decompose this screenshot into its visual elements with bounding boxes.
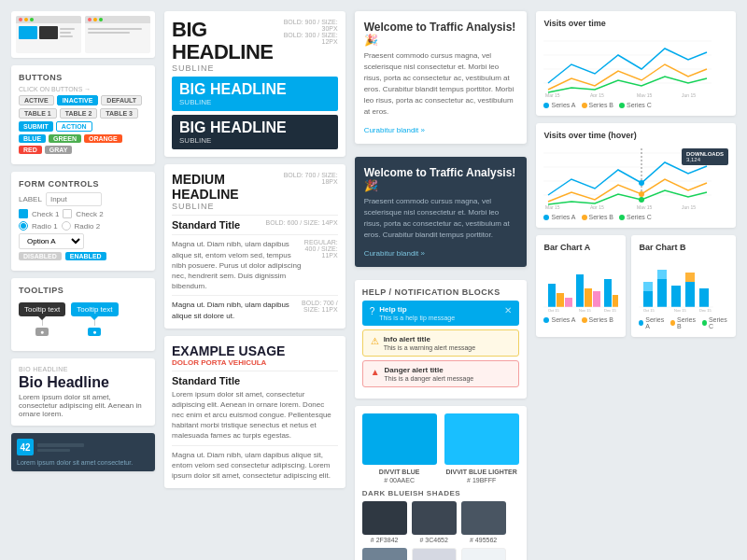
svg-point-13 [639, 180, 644, 186]
default-btn[interactable]: DEFAULT [101, 95, 142, 105]
svg-text:Jun 15: Jun 15 [682, 92, 696, 97]
orange-btn[interactable]: ORANGE [84, 134, 122, 143]
svg-text:May 15: May 15 [637, 204, 653, 209]
bio-headline-large: Bio Headline [19, 374, 148, 391]
svg-rect-39 [699, 288, 709, 307]
svg-rect-24 [585, 288, 592, 307]
headline-banner-dark: BIG HEADLINE SUBLINE [172, 115, 338, 149]
blue-btn[interactable]: BLUE [19, 134, 46, 143]
form-select[interactable]: Option A [19, 233, 84, 249]
right-mid-column: Welcome to Traffic Analysis! 🎉 Praesent … [355, 11, 528, 549]
tooltip-blue: Tooltip text [71, 302, 118, 316]
bar-b-legend-b: Series B [670, 316, 697, 329]
help-section-title: Help / Notification blocks [362, 287, 520, 297]
svg-rect-21 [557, 293, 564, 307]
swatch-d5d8e2: # D5D8E2 [412, 548, 457, 560]
svg-rect-20 [548, 284, 556, 307]
submit-btn[interactable]: SUBMIT [19, 121, 53, 132]
svg-text:Dec 15: Dec 15 [604, 308, 616, 312]
enabled-btn[interactable]: ENABLED [65, 252, 106, 260]
svg-rect-36 [671, 286, 681, 307]
welcome-body-light: Praesent commodo cursus magna, vel scele… [364, 50, 518, 118]
welcome-link-light[interactable]: Curabitur blandit » [364, 126, 425, 134]
svg-text:Oct 15: Oct 15 [643, 308, 655, 312]
standard-meta: BOLD: 600 / SIZE: 14PX [266, 219, 338, 231]
welcome-link-dark[interactable]: Curabitur blandit » [364, 249, 425, 258]
radio-1[interactable] [19, 221, 28, 231]
medium-headline-text: MEDIUM HEADLINE [172, 172, 276, 202]
tooltip-trigger-2[interactable]: ● [88, 328, 101, 336]
table1-btn[interactable]: TABLE 1 [19, 108, 57, 119]
body-text-bold: Magna ut. Diam nibh, ulam dapibus alique… [172, 300, 290, 320]
welcome-title-dark: Welcome to Traffic Analysis! 🎉 [364, 166, 518, 192]
body-meta1: REGULAR: 400 / SIZE: 11PX [303, 239, 338, 259]
bar-chart-a-legend: Series A Series B [543, 316, 618, 323]
buttons-section-title: Buttons [19, 73, 148, 82]
notif-yellow: ⚠ Info alert title This is a warning ale… [362, 329, 520, 357]
red-btn[interactable]: RED [19, 146, 42, 154]
banner-blue-sub: SUBLINE [179, 98, 331, 106]
buttons-subtitle: CLICK ON BUTTONS → [19, 86, 148, 92]
table3-btn[interactable]: TABLE 3 [100, 108, 138, 119]
bar-chart-b: Bar Chart B Oct 15 Nov 15 Dec 15 [631, 235, 736, 337]
example-sub: DOLOR PORTA VEHICULA [172, 358, 338, 367]
svg-text:Nov 15: Nov 15 [674, 308, 686, 312]
visits-hover-chart-title: Visits over time (hover) [543, 131, 728, 140]
inactive-btn[interactable]: INACTIVE [57, 95, 99, 105]
notif-blue: ? Help tip This is a help tip message ✕ [362, 301, 520, 326]
tooltips-section: Tooltips Tooltip text ● Tooltip text ● [11, 278, 155, 351]
medium-headline-section: MEDIUM HEADLINE SUBLINE BOLD: 700 / SIZE… [164, 164, 345, 328]
medium-meta: BOLD: 700 / SIZE: 18PX [276, 172, 337, 211]
checkbox-1[interactable] [19, 209, 28, 218]
svg-rect-27 [613, 295, 618, 307]
bio-tag: BIO HEADLINE [19, 366, 148, 372]
headline-banner-blue: BIG HEADLINE SUBLINE [172, 77, 338, 111]
tooltip-trigger-1[interactable]: ● [35, 328, 49, 336]
dark-shades-title: DARK BLUEISH SHADES [362, 489, 520, 497]
green-btn[interactable]: GREEN [49, 134, 81, 143]
table2-btn[interactable]: TABLE 2 [60, 108, 98, 119]
welcome-card-dark: Welcome to Traffic Analysis! 🎉 Praesent … [355, 157, 528, 267]
line-chart-b-legend: Series A Series B Series C [543, 214, 728, 220]
action-btn[interactable]: ACTION [56, 121, 92, 132]
banner-dark-text: BIG HEADLINE [179, 119, 331, 136]
notif2-msg: This is a warning alert message [384, 344, 475, 351]
svg-rect-25 [593, 291, 600, 307]
checkbox-2[interactable] [63, 209, 72, 218]
bar-chart-b-title: Bar Chart B [639, 243, 728, 252]
label-field: LABEL [19, 195, 42, 203]
bar-legend-b: Series B [582, 316, 613, 323]
form-section-title: Form Controls [19, 179, 148, 189]
radio-2[interactable] [62, 221, 71, 231]
main-canvas: Buttons CLICK ON BUTTONS → ACTIVE INACTI… [0, 0, 747, 560]
big-headline-section: BIG HEADLINE SUBLINE BOLD: 900 / SIZE: 3… [164, 11, 345, 157]
notif1-title: Help tip [379, 305, 455, 314]
notif-help-icon: ? [370, 306, 375, 316]
body-example-2: Magna ut. Diam nibh, ulam dapibus alique… [172, 450, 338, 482]
notif2-title: Info alert title [384, 335, 475, 343]
legend-b-c: Series C [619, 214, 652, 220]
notif-warn-icon: ⚠ [371, 336, 379, 346]
legend-b-a: Series A [543, 214, 575, 220]
welcome-card-light: Welcome to Traffic Analysis! 🎉 Praesent … [355, 11, 528, 144]
standard-title-2: Standard Title [172, 375, 338, 386]
swatch-blue-hex: # 00AAEC [384, 477, 415, 483]
body-text-1: Magna ut. Diam nibh, ulam dapibus alique… [172, 239, 303, 291]
big-subline-meta: BOLD: 300 / SIZE: 12PX [282, 32, 338, 45]
swatch-6f8294: # 6F8294 [362, 548, 407, 560]
input-field-1[interactable] [46, 192, 102, 206]
gray-btn[interactable]: GRAY [45, 146, 73, 154]
notif1-close-icon[interactable]: ✕ [504, 305, 512, 315]
svg-text:Nov 15: Nov 15 [579, 308, 591, 312]
active-btn[interactable]: ACTIVE [19, 95, 54, 105]
thumbnail-card-1 [11, 11, 155, 58]
middle-column: BIG HEADLINE SUBLINE BOLD: 900 / SIZE: 3… [164, 11, 345, 549]
buttons-section: Buttons CLICK ON BUTTONS → ACTIVE INACTI… [11, 65, 155, 164]
standard-title-text: Standard Title [172, 219, 240, 231]
bar-chart-a: Bar Chart A Oct 15 Nov 15 Dec 15 [536, 235, 626, 337]
bar-legend-a: Series A [543, 316, 575, 323]
svg-rect-38 [685, 273, 695, 282]
right-column: Visits over time Mar 15 Apr 15 May 15 Ju… [536, 11, 736, 549]
svg-text:Apr 15: Apr 15 [590, 92, 604, 97]
bar-b-legend-c: Series C [702, 316, 728, 329]
